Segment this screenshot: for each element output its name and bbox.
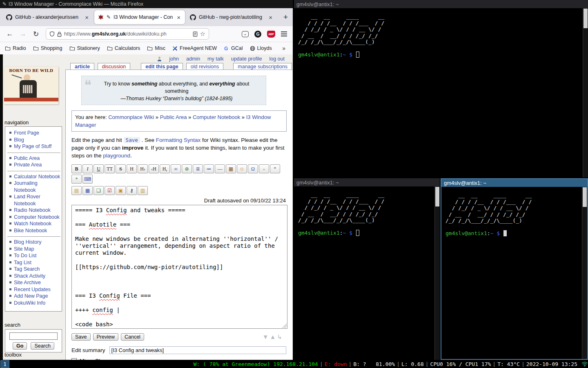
inline-link[interactable]: Formatting Syntax xyxy=(156,137,201,143)
nav-link[interactable]: Shack Activity xyxy=(14,273,45,279)
sidebar-item-calculator-notebook[interactable]: Calculator Notebook xyxy=(7,173,60,180)
browser-tab-1[interactable]: ✎I3 Window Manager - Con× xyxy=(94,10,185,24)
wikitext-editor[interactable]: ===== I3 Config and tweaks ===== === Aut… xyxy=(71,205,287,329)
bookmark-item[interactable]: FreeAgent NEW xyxy=(172,45,217,51)
sidebar-item-public-area[interactable]: Public Area xyxy=(7,155,60,162)
toolbar-todo-checkbox-button[interactable]: ☑ xyxy=(105,186,115,195)
textarea-resize-handle[interactable] xyxy=(282,323,287,328)
terminal-window-focused[interactable]: gm4slv@antix1: ~ __ __ ____ __ / / / /__… xyxy=(441,178,588,360)
browser-tab-0[interactable]: GitHub - alexanderjeurissen× xyxy=(2,10,93,24)
toolbar-unordered-list-button[interactable]: ≔ xyxy=(204,164,214,173)
sidebar-item-site-archive[interactable]: Site Archive xyxy=(7,279,60,286)
toolbar-key-button[interactable]: ⚷ xyxy=(127,186,137,195)
sidebar-item-blog-history[interactable]: Blog History xyxy=(7,239,60,246)
back-button[interactable]: ← xyxy=(4,30,16,38)
search-button[interactable]: Search xyxy=(31,342,54,350)
sidebar-item-computer-notebook[interactable]: Computer Notebook xyxy=(7,214,60,221)
user-link-log-out[interactable]: log out xyxy=(269,56,285,62)
nav-link[interactable]: Blog xyxy=(14,137,24,143)
user-link-update-profile[interactable]: update profile xyxy=(231,56,262,62)
bookmark-star-icon[interactable]: ☆ xyxy=(200,30,205,38)
toolbar-image-button[interactable]: ▦ xyxy=(226,164,236,173)
reader-mode-icon[interactable] xyxy=(193,31,198,37)
user-link-john[interactable]: john xyxy=(169,56,179,62)
terminal-body[interactable]: __ __ ____ __ / / / /__ / / /___ / / / /… xyxy=(294,8,588,177)
nav-link[interactable]: Tag List xyxy=(14,260,31,265)
forward-button[interactable]: → xyxy=(17,30,29,38)
site-logo[interactable]: BORN TO BE WILD xyxy=(4,67,58,104)
toolbar-underline-button[interactable]: U xyxy=(94,164,104,173)
nav-link[interactable]: Recent Updates xyxy=(14,287,51,292)
new-tab-button[interactable]: + xyxy=(281,13,290,22)
toolbar-edittable-button[interactable]: ▦ xyxy=(82,186,93,195)
terminal-titlebar[interactable]: gm4slv@antix1: ~ xyxy=(441,179,587,187)
toolbar-strikethrough-button[interactable]: S xyxy=(116,164,126,173)
nav-link[interactable]: Journaling Notebook xyxy=(14,180,38,193)
sidebar-item-tag-search[interactable]: Tag Search xyxy=(7,266,60,273)
cancel-button[interactable]: Cancel xyxy=(121,333,144,341)
bookmark-item[interactable]: Calculators xyxy=(107,45,140,51)
toolbar-lock-button[interactable]: ▥ xyxy=(138,186,148,195)
bookmarks-overflow-button[interactable]: » xyxy=(282,45,288,52)
toolbar-headline-lower-button[interactable]: H› xyxy=(138,164,148,173)
breadcrumb-link[interactable]: Computer Notebook xyxy=(193,114,240,120)
nav-link[interactable]: To Do List xyxy=(14,253,37,258)
search-input[interactable] xyxy=(9,332,58,340)
nav-link[interactable]: Public Area xyxy=(14,155,40,161)
terminal-scrollbar[interactable] xyxy=(582,187,587,359)
terminal-body[interactable]: __ __ ____ __ / / / /__ / / /___ / / / /… xyxy=(294,186,440,360)
terminal-scrollbar[interactable] xyxy=(583,8,588,177)
bookmark-item[interactable]: GGCal xyxy=(224,45,243,51)
nav-link[interactable]: Radio Notebook xyxy=(14,207,51,213)
terminal-titlebar[interactable]: gm4slv@antix1: ~ xyxy=(294,0,588,8)
toolbar-horizontal-rule-button[interactable]: ― xyxy=(215,164,225,173)
preview-button[interactable]: Preview xyxy=(93,333,118,341)
adblock-plus-icon[interactable]: ABP xyxy=(267,31,275,38)
tab-close-button[interactable]: × xyxy=(84,14,89,21)
sidebar-item-radio-notebook[interactable]: Radio Notebook xyxy=(7,207,60,214)
browser-tab-2[interactable]: GitHub - nwg-piotr/autotiling× xyxy=(186,10,277,24)
g-extension-icon[interactable]: G xyxy=(254,31,261,38)
nav-link[interactable]: Calculator Notebook xyxy=(14,174,60,180)
go-button[interactable]: Go xyxy=(13,342,27,350)
user-link-admin[interactable]: admin xyxy=(186,56,200,62)
reload-button[interactable]: ↻ xyxy=(30,30,42,38)
tab-close-button[interactable]: × xyxy=(268,14,273,21)
nav-link[interactable]: Tag Search xyxy=(14,266,40,272)
bookmark-item[interactable]: Shopping xyxy=(33,45,62,51)
toolbar-wrap-box-button[interactable]: ▣ xyxy=(116,186,126,195)
toolbar-headline-same-button[interactable]: H xyxy=(127,164,137,173)
toolbar-blockquote-button[interactable]: “ xyxy=(270,164,280,173)
bookmark-item[interactable]: Radio xyxy=(5,45,26,51)
toolbar-headline-higher-button[interactable]: ‹H xyxy=(149,164,159,173)
toolbar-bold-button[interactable]: B xyxy=(71,164,82,173)
sidebar-item-front-page[interactable]: Front Page xyxy=(7,130,60,137)
bookmark-item[interactable]: Lloyds xyxy=(250,45,272,51)
sidebar-item-land-rover-notebook[interactable]: Land Rover Notebook xyxy=(7,193,60,207)
toolbar-comment-button[interactable]: ❏ xyxy=(94,186,104,195)
sidebar-item-add-new-page[interactable]: Add New Page xyxy=(7,293,60,300)
nav-link[interactable]: Watch Notebook xyxy=(14,221,51,227)
terminal-window-bottom-left[interactable]: gm4slv@antix1: ~ __ __ ____ __ / / / /__… xyxy=(294,178,440,360)
toolbar-indexmenu-button[interactable]: » xyxy=(259,164,269,173)
toolbar-smiley-button[interactable]: ☺ xyxy=(237,164,247,173)
nav-link[interactable]: Blog History xyxy=(14,239,41,245)
user-link-my-talk[interactable]: my talk xyxy=(207,56,224,62)
toolbar-italic-button[interactable]: I xyxy=(82,164,93,173)
toolbar-internal-link-button[interactable]: ∞ xyxy=(171,164,181,173)
firefox-window-titlebar[interactable]: ✎ I3 Window Manager - Commonplace Wiki —… xyxy=(0,0,293,8)
terminal-window-top[interactable]: gm4slv@antix1: ~ __ __ ____ __ / / / /__… xyxy=(294,0,588,177)
nav-link[interactable]: Add New Page xyxy=(14,293,48,299)
toolbar-note-button[interactable]: ▤ xyxy=(71,186,82,195)
url-text[interactable]: https://www.gm4slv.org.uk/dokuwiki/doku.… xyxy=(64,31,190,37)
menu-button[interactable] xyxy=(281,30,287,38)
edit-summary-input[interactable] xyxy=(109,346,286,354)
toolbar-footnote-button[interactable]: * xyxy=(71,175,82,184)
nav-link[interactable]: Site Archive xyxy=(14,280,41,285)
sidebar-item-recent-updates[interactable]: Recent Updates xyxy=(7,286,60,293)
bookmark-item[interactable]: Stationery xyxy=(69,45,100,51)
pocket-icon[interactable]: ⌄ xyxy=(242,31,249,37)
shield-icon[interactable] xyxy=(49,31,55,37)
sidebar-item-tag-list[interactable]: Tag List xyxy=(7,259,60,266)
workspace-button-1[interactable]: 1 xyxy=(0,360,9,368)
